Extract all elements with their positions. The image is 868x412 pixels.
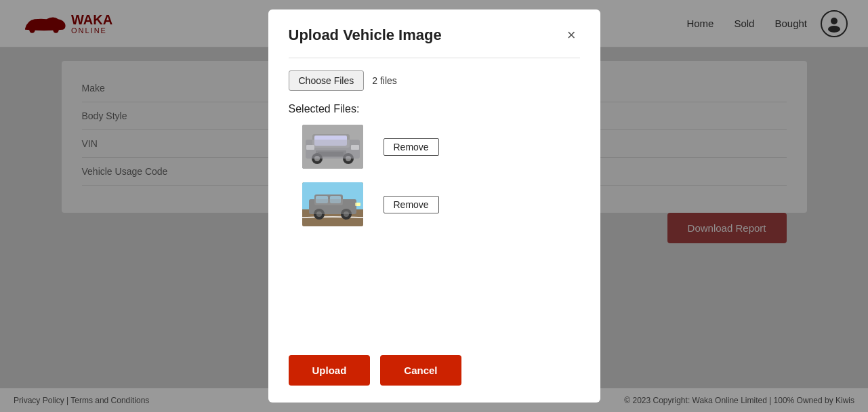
file-item-2: Remove [302, 182, 580, 226]
file-input-row: Choose Files 2 files [289, 70, 580, 91]
svg-rect-16 [306, 140, 360, 159]
modal-close-button[interactable]: × [563, 26, 580, 44]
files-list: Remove [289, 125, 580, 342]
upload-button[interactable]: Upload [289, 355, 371, 386]
modal-overlay: Upload Vehicle Image × Choose Files 2 fi… [0, 0, 868, 412]
cancel-button[interactable]: Cancel [380, 355, 461, 386]
files-count: 2 files [372, 75, 397, 86]
choose-files-button[interactable]: Choose Files [289, 70, 365, 91]
upload-vehicle-image-modal: Upload Vehicle Image × Choose Files 2 fi… [268, 9, 600, 403]
car-thumbnail-1 [302, 125, 363, 169]
modal-title: Upload Vehicle Image [289, 26, 442, 44]
modal-header: Upload Vehicle Image × [289, 26, 580, 44]
car-thumbnail-2 [302, 182, 363, 226]
modal-divider [289, 58, 580, 58]
selected-files-label: Selected Files: [289, 103, 580, 115]
remove-file-2-button[interactable]: Remove [384, 196, 439, 213]
remove-file-1-button[interactable]: Remove [384, 138, 439, 156]
svg-rect-29 [309, 199, 356, 214]
file-item-1: Remove [302, 125, 580, 169]
modal-footer: Upload Cancel [289, 342, 580, 386]
